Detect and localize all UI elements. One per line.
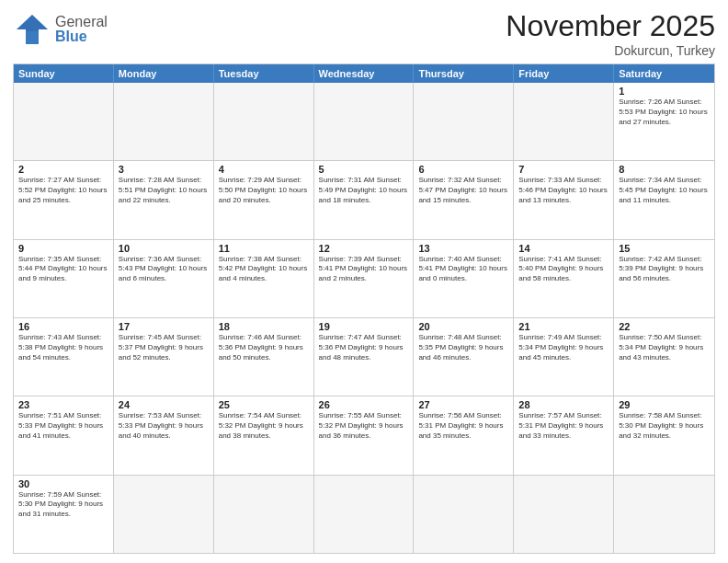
calendar-cell-3-4: 20Sunrise: 7:48 AM Sunset: 5:35 PM Dayli… — [414, 318, 514, 396]
calendar-cell-5-4 — [414, 476, 514, 553]
cell-info: Sunrise: 7:32 AM Sunset: 5:47 PM Dayligh… — [418, 176, 508, 205]
cell-info: Sunrise: 7:54 AM Sunset: 5:32 PM Dayligh… — [219, 411, 309, 441]
day-number: 9 — [18, 243, 108, 254]
cell-info: Sunrise: 7:45 AM Sunset: 5:37 PM Dayligh… — [119, 333, 209, 362]
day-number: 28 — [518, 399, 609, 410]
cell-info: Sunrise: 7:59 AM Sunset: 5:30 PM Dayligh… — [18, 490, 108, 520]
day-number: 18 — [219, 321, 309, 332]
logo: General Blue — [13, 13, 108, 46]
day-number: 23 — [18, 399, 108, 410]
day-number: 6 — [418, 164, 508, 175]
calendar-cell-4-1: 24Sunrise: 7:53 AM Sunset: 5:33 PM Dayli… — [114, 396, 214, 474]
header-thursday: Thursday — [414, 64, 514, 83]
cell-info: Sunrise: 7:27 AM Sunset: 5:52 PM Dayligh… — [18, 176, 108, 205]
header: General Blue November 2025 Dokurcun, Tur… — [13, 9, 715, 58]
day-number: 3 — [119, 164, 209, 175]
calendar-cell-2-6: 15Sunrise: 7:42 AM Sunset: 5:39 PM Dayli… — [614, 240, 714, 317]
calendar-cell-5-1 — [114, 476, 214, 553]
calendar-cell-1-6: 8Sunrise: 7:34 AM Sunset: 5:45 PM Daylig… — [614, 161, 714, 238]
logo-general-text: General — [55, 15, 108, 29]
cell-info: Sunrise: 7:31 AM Sunset: 5:49 PM Dayligh… — [319, 176, 409, 205]
cell-info: Sunrise: 7:58 AM Sunset: 5:30 PM Dayligh… — [619, 411, 710, 441]
cell-info: Sunrise: 7:43 AM Sunset: 5:38 PM Dayligh… — [18, 333, 108, 362]
cell-info: Sunrise: 7:57 AM Sunset: 5:31 PM Dayligh… — [518, 411, 609, 441]
day-number: 22 — [619, 321, 710, 332]
calendar-cell-0-5 — [514, 83, 614, 160]
calendar-cell-1-2: 4Sunrise: 7:29 AM Sunset: 5:50 PM Daylig… — [214, 161, 314, 238]
calendar-cell-2-1: 10Sunrise: 7:36 AM Sunset: 5:43 PM Dayli… — [114, 240, 214, 317]
calendar-cell-5-2 — [214, 476, 314, 553]
cell-info: Sunrise: 7:33 AM Sunset: 5:46 PM Dayligh… — [518, 176, 609, 205]
cell-info: Sunrise: 7:28 AM Sunset: 5:51 PM Dayligh… — [119, 176, 209, 205]
header-friday: Friday — [514, 64, 614, 83]
cell-info: Sunrise: 7:40 AM Sunset: 5:41 PM Dayligh… — [418, 255, 508, 284]
calendar-cell-0-2 — [214, 83, 314, 160]
calendar-cell-1-3: 5Sunrise: 7:31 AM Sunset: 5:49 PM Daylig… — [314, 161, 415, 238]
calendar-cell-3-3: 19Sunrise: 7:47 AM Sunset: 5:36 PM Dayli… — [314, 318, 415, 396]
calendar-cell-4-4: 27Sunrise: 7:56 AM Sunset: 5:31 PM Dayli… — [414, 396, 514, 474]
day-number: 17 — [119, 321, 209, 332]
cell-info: Sunrise: 7:35 AM Sunset: 5:44 PM Dayligh… — [18, 255, 108, 284]
day-number: 27 — [418, 399, 508, 410]
cell-info: Sunrise: 7:41 AM Sunset: 5:40 PM Dayligh… — [518, 255, 609, 284]
calendar-cell-3-0: 16Sunrise: 7:43 AM Sunset: 5:38 PM Dayli… — [14, 318, 114, 396]
cell-info: Sunrise: 7:51 AM Sunset: 5:33 PM Dayligh… — [18, 411, 108, 441]
calendar-subtitle: Dokurcun, Turkey — [506, 43, 715, 58]
day-number: 24 — [119, 399, 209, 410]
calendar-row-3: 16Sunrise: 7:43 AM Sunset: 5:38 PM Dayli… — [14, 318, 714, 396]
calendar-header-row: Sunday Monday Tuesday Wednesday Thursday… — [14, 64, 714, 83]
cell-info: Sunrise: 7:36 AM Sunset: 5:43 PM Dayligh… — [119, 255, 209, 284]
calendar: Sunday Monday Tuesday Wednesday Thursday… — [13, 63, 715, 554]
day-number: 5 — [319, 164, 409, 175]
logo-blue-text: Blue — [55, 29, 108, 44]
cell-info: Sunrise: 7:49 AM Sunset: 5:34 PM Dayligh… — [518, 333, 609, 362]
calendar-cell-2-5: 14Sunrise: 7:41 AM Sunset: 5:40 PM Dayli… — [514, 240, 614, 317]
day-number: 13 — [418, 243, 508, 254]
calendar-row-2: 9Sunrise: 7:35 AM Sunset: 5:44 PM Daylig… — [14, 240, 714, 318]
day-number: 21 — [518, 321, 609, 332]
header-sunday: Sunday — [14, 64, 114, 83]
cell-info: Sunrise: 7:38 AM Sunset: 5:42 PM Dayligh… — [219, 255, 309, 284]
day-number: 10 — [119, 243, 209, 254]
calendar-cell-0-4 — [414, 83, 514, 160]
day-number: 29 — [619, 399, 710, 410]
calendar-cell-4-5: 28Sunrise: 7:57 AM Sunset: 5:31 PM Dayli… — [514, 396, 614, 474]
calendar-cell-0-6: 1Sunrise: 7:26 AM Sunset: 5:53 PM Daylig… — [614, 83, 714, 160]
day-number: 11 — [219, 243, 309, 254]
cell-info: Sunrise: 7:50 AM Sunset: 5:34 PM Dayligh… — [619, 333, 710, 362]
calendar-cell-4-2: 25Sunrise: 7:54 AM Sunset: 5:32 PM Dayli… — [214, 396, 314, 474]
day-number: 12 — [319, 243, 409, 254]
calendar-cell-0-1 — [114, 83, 214, 160]
cell-info: Sunrise: 7:29 AM Sunset: 5:50 PM Dayligh… — [219, 176, 309, 205]
calendar-row-1: 2Sunrise: 7:27 AM Sunset: 5:52 PM Daylig… — [14, 161, 714, 239]
day-number: 15 — [619, 243, 710, 254]
calendar-cell-3-2: 18Sunrise: 7:46 AM Sunset: 5:36 PM Dayli… — [214, 318, 314, 396]
day-number: 16 — [18, 321, 108, 332]
calendar-cell-3-6: 22Sunrise: 7:50 AM Sunset: 5:34 PM Dayli… — [614, 318, 714, 396]
calendar-row-5: 30Sunrise: 7:59 AM Sunset: 5:30 PM Dayli… — [14, 476, 714, 553]
day-number: 2 — [18, 164, 108, 175]
calendar-cell-2-2: 11Sunrise: 7:38 AM Sunset: 5:42 PM Dayli… — [214, 240, 314, 317]
day-number: 8 — [619, 164, 710, 175]
calendar-cell-5-6 — [614, 476, 714, 553]
calendar-cell-4-0: 23Sunrise: 7:51 AM Sunset: 5:33 PM Dayli… — [14, 396, 114, 474]
calendar-row-0: 1Sunrise: 7:26 AM Sunset: 5:53 PM Daylig… — [14, 83, 714, 161]
day-number: 20 — [418, 321, 508, 332]
calendar-cell-0-0 — [14, 83, 114, 160]
calendar-cell-1-4: 6Sunrise: 7:32 AM Sunset: 5:47 PM Daylig… — [414, 161, 514, 238]
calendar-cell-2-3: 12Sunrise: 7:39 AM Sunset: 5:41 PM Dayli… — [314, 240, 415, 317]
calendar-cell-3-5: 21Sunrise: 7:49 AM Sunset: 5:34 PM Dayli… — [514, 318, 614, 396]
page: General Blue November 2025 Dokurcun, Tur… — [0, 0, 728, 563]
cell-info: Sunrise: 7:48 AM Sunset: 5:35 PM Dayligh… — [418, 333, 508, 362]
cell-info: Sunrise: 7:46 AM Sunset: 5:36 PM Dayligh… — [219, 333, 309, 362]
calendar-cell-3-1: 17Sunrise: 7:45 AM Sunset: 5:37 PM Dayli… — [114, 318, 214, 396]
cell-info: Sunrise: 7:42 AM Sunset: 5:39 PM Dayligh… — [619, 255, 710, 284]
cell-info: Sunrise: 7:53 AM Sunset: 5:33 PM Dayligh… — [119, 411, 209, 441]
calendar-cell-4-3: 26Sunrise: 7:55 AM Sunset: 5:32 PM Dayli… — [314, 396, 415, 474]
day-number: 26 — [319, 399, 409, 410]
cell-info: Sunrise: 7:47 AM Sunset: 5:36 PM Dayligh… — [319, 333, 409, 362]
calendar-cell-0-3 — [314, 83, 415, 160]
calendar-cell-5-0: 30Sunrise: 7:59 AM Sunset: 5:30 PM Dayli… — [14, 476, 114, 553]
calendar-cell-2-4: 13Sunrise: 7:40 AM Sunset: 5:41 PM Dayli… — [414, 240, 514, 317]
cell-info: Sunrise: 7:55 AM Sunset: 5:32 PM Dayligh… — [319, 411, 409, 441]
